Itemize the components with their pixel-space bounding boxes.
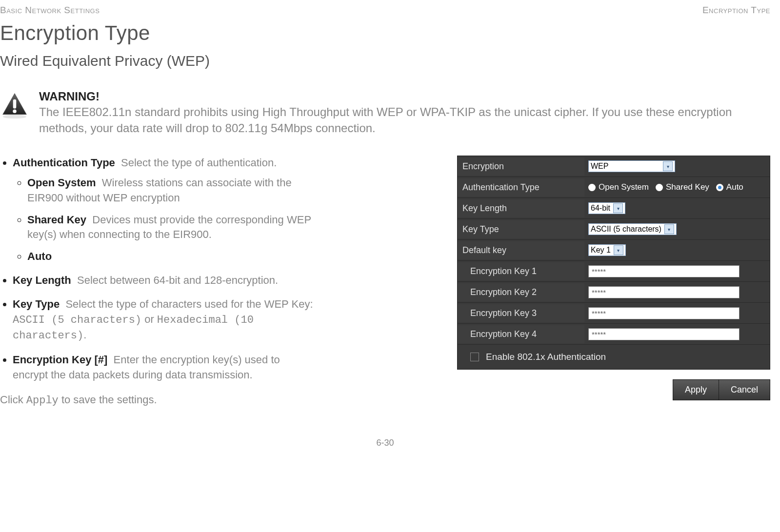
encryption-key-4-input[interactable]: ***** <box>588 328 740 340</box>
key-length-value: 64-bit <box>591 204 610 213</box>
svg-rect-1 <box>13 99 17 109</box>
def-enc-key: Encryption Key [#] Enter the encryption … <box>13 353 317 383</box>
auth-shared-key-radio[interactable]: Shared Key <box>656 182 709 192</box>
encryption-key-3-input[interactable]: ***** <box>588 307 740 319</box>
def-key-type-mono1: ASCII (5 characters) <box>13 314 141 326</box>
click-apply-suffix: to save the settings. <box>59 394 157 406</box>
definitions-column: Authentication Type Select the type of a… <box>0 156 317 408</box>
def-auth-type-term: Authentication Type <box>13 157 115 169</box>
def-key-length-term: Key Length <box>13 274 71 286</box>
svg-point-0 <box>3 115 27 118</box>
def-auto: Auto <box>27 249 317 264</box>
label-key3: Encryption Key 3 <box>458 304 584 322</box>
def-key-length-desc: Select between 64-bit and 128-encryption… <box>77 274 278 286</box>
label-key-type: Key Type <box>458 220 584 238</box>
def-key-type-term: Key Type <box>13 298 60 310</box>
def-auth-type: Authentication Type Select the type of a… <box>13 156 317 264</box>
encryption-key-2-input[interactable]: ***** <box>588 286 740 298</box>
default-key-select[interactable]: Key 1 ▾ <box>588 244 626 256</box>
def-auth-type-desc: Select the type of authentication. <box>121 157 277 169</box>
warning-body: The IEEE802.11n standard prohibits using… <box>39 104 770 136</box>
auth-auto-label: Auto <box>726 182 743 192</box>
chevron-down-icon: ▾ <box>663 161 673 171</box>
enable-8021x-checkbox[interactable] <box>470 353 479 361</box>
def-enc-key-term: Encryption Key [#] <box>13 354 107 366</box>
warning-text: WARNING! The IEEE802.11n standard prohib… <box>39 89 770 136</box>
auth-shared-key-label: Shared Key <box>666 182 709 192</box>
radio-icon <box>656 184 663 191</box>
def-shared-key-term: Shared Key <box>27 214 86 226</box>
auth-open-system-label: Open System <box>599 182 649 192</box>
label-key1: Encryption Key 1 <box>458 262 584 280</box>
running-header-right: Encryption Type <box>702 5 770 16</box>
key-type-value: ASCII (5 characters) <box>591 225 661 234</box>
def-key-type-suffix: . <box>83 329 86 341</box>
wep-settings-panel: Encryption WEP ▾ Authentication Type Ope… <box>457 156 770 370</box>
encryption-select[interactable]: WEP ▾ <box>588 160 675 172</box>
warning-heading: WARNING! <box>39 89 770 104</box>
def-auto-term: Auto <box>27 250 52 262</box>
page-number: 6-30 <box>0 438 770 448</box>
auth-open-system-radio[interactable]: Open System <box>588 182 649 192</box>
label-encryption: Encryption <box>458 158 584 176</box>
click-apply-line: Click Apply to save the settings. <box>0 393 317 409</box>
label-key-length: Key Length <box>458 199 584 217</box>
click-apply-mono: Apply <box>26 394 59 407</box>
default-key-value: Key 1 <box>591 246 611 255</box>
running-header-left: Basic Network Settings <box>0 5 100 16</box>
def-shared-key: Shared Key Devices must provide the corr… <box>27 213 317 243</box>
cancel-button[interactable]: Cancel <box>719 380 770 400</box>
def-key-type-mid: or <box>141 313 157 325</box>
section-title: Wired Equivalent Privacy (WEP) <box>0 53 770 69</box>
def-open-system-term: Open System <box>27 177 96 189</box>
warning-icon <box>0 92 29 119</box>
radio-icon <box>716 184 723 191</box>
label-auth-type: Authentication Type <box>458 178 584 197</box>
def-key-type-pref: Select the type of characters used for t… <box>65 298 313 310</box>
def-open-system: Open System Wireless stations can associ… <box>27 176 317 206</box>
chevron-down-icon: ▾ <box>613 203 623 213</box>
running-header: Basic Network Settings Encryption Type <box>0 0 770 21</box>
apply-button[interactable]: Apply <box>673 380 719 400</box>
warning-block: WARNING! The IEEE802.11n standard prohib… <box>0 89 770 136</box>
encryption-select-value: WEP <box>591 162 608 171</box>
encryption-key-1-input[interactable]: ***** <box>588 265 740 277</box>
enable-8021x-label: Enable 802.1x Authentication <box>486 352 606 362</box>
label-key4: Encryption Key 4 <box>458 325 584 343</box>
page-title: Encryption Type <box>0 21 770 45</box>
chevron-down-icon: ▾ <box>664 224 674 234</box>
key-length-select[interactable]: 64-bit ▾ <box>588 202 625 214</box>
radio-icon <box>588 184 596 191</box>
auth-auto-radio[interactable]: Auto <box>716 182 743 192</box>
def-key-type: Key Type Select the type of characters u… <box>13 297 317 344</box>
key-type-select[interactable]: ASCII (5 characters) ▾ <box>588 223 677 235</box>
click-apply-prefix: Click <box>0 394 26 406</box>
svg-point-2 <box>13 109 16 113</box>
def-key-length: Key Length Select between 64-bit and 128… <box>13 273 317 288</box>
chevron-down-icon: ▾ <box>614 245 623 255</box>
label-key2: Encryption Key 2 <box>458 283 584 301</box>
panel-button-row: Apply Cancel <box>673 379 770 400</box>
label-default-key: Default key <box>458 241 584 259</box>
